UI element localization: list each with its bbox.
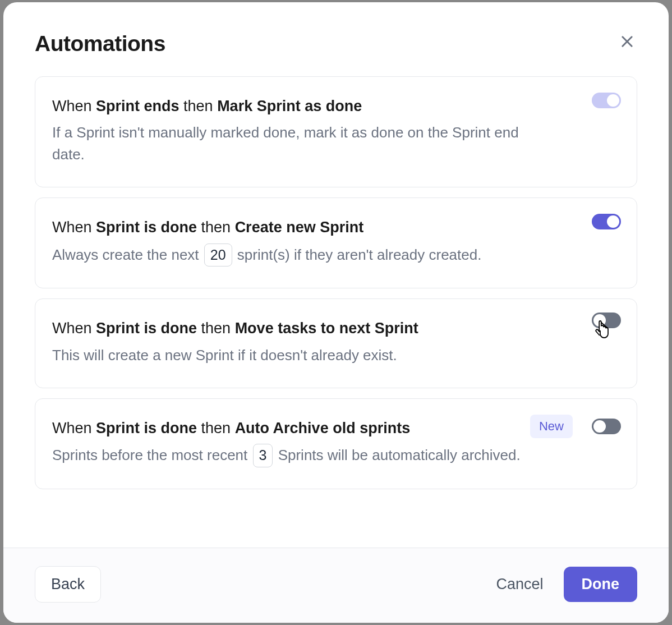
- toggle-move-tasks[interactable]: [592, 312, 621, 328]
- trigger-prefix: When: [52, 420, 96, 436]
- modal-header: Automations: [3, 2, 669, 76]
- automation-description: If a Sprint isn't manually marked done, …: [52, 122, 541, 166]
- action-bold: Mark Sprint as done: [217, 98, 362, 114]
- desc-after: Sprints will be automatically archived.: [274, 447, 520, 463]
- automation-description: This will create a new Sprint if it does…: [52, 344, 541, 366]
- desc-after: sprint(s) if they aren't already created…: [233, 246, 482, 263]
- archive-count-input[interactable]: 3: [253, 444, 273, 467]
- modal-body: When Sprint ends then Mark Sprint as don…: [3, 76, 669, 548]
- then-text: then: [197, 320, 235, 337]
- automation-right: [592, 214, 621, 229]
- automation-right: [592, 312, 621, 328]
- automation-card-auto-archive: When Sprint is done then Auto Archive ol…: [35, 398, 637, 489]
- then-text: then: [197, 420, 235, 436]
- automation-title: When Sprint is done then Move tasks to n…: [52, 318, 541, 338]
- automation-content: When Sprint is done then Move tasks to n…: [52, 318, 620, 366]
- trigger-bold: Sprint is done: [96, 320, 197, 337]
- automation-title: When Sprint is done then Auto Archive ol…: [52, 418, 541, 438]
- action-bold: Move tasks to next Sprint: [235, 320, 418, 337]
- automation-right: [592, 93, 621, 108]
- toggle-knob: [607, 215, 619, 228]
- toggle-mark-done[interactable]: [592, 93, 621, 108]
- trigger-prefix: When: [52, 320, 96, 337]
- toggle-create-sprint[interactable]: [592, 214, 621, 229]
- cancel-button[interactable]: Cancel: [493, 567, 546, 602]
- automation-description: Always create the next 20 sprint(s) if t…: [52, 243, 541, 267]
- automation-right: New: [530, 415, 621, 438]
- automations-modal: Automations When Sprint ends then Mark S…: [3, 2, 669, 623]
- action-bold: Auto Archive old sprints: [235, 420, 411, 436]
- trigger-bold: Sprint is done: [96, 219, 197, 236]
- new-badge: New: [530, 415, 573, 438]
- desc-before: Sprints before the most recent: [52, 447, 252, 463]
- close-button[interactable]: [617, 31, 637, 52]
- toggle-knob: [607, 94, 619, 107]
- back-button[interactable]: Back: [35, 566, 101, 603]
- trigger-bold: Sprint is done: [96, 420, 197, 436]
- action-bold: Create new Sprint: [235, 219, 364, 236]
- toggle-auto-archive[interactable]: [592, 419, 621, 434]
- then-text: then: [197, 219, 235, 236]
- automation-card-create-sprint: When Sprint is done then Create new Spri…: [35, 197, 637, 288]
- automation-content: When Sprint ends then Mark Sprint as don…: [52, 96, 620, 166]
- close-icon: [619, 34, 635, 49]
- done-button[interactable]: Done: [564, 567, 638, 602]
- automation-title: When Sprint ends then Mark Sprint as don…: [52, 96, 541, 116]
- automation-description: Sprints before the most recent 3 Sprints…: [52, 444, 541, 467]
- sprint-count-input[interactable]: 20: [204, 243, 232, 267]
- then-text: then: [179, 98, 218, 114]
- toggle-knob: [593, 420, 606, 433]
- toggle-knob: [593, 314, 606, 327]
- automation-content: When Sprint is done then Create new Spri…: [52, 217, 620, 266]
- footer-right: Cancel Done: [493, 567, 637, 602]
- automation-card-mark-done: When Sprint ends then Mark Sprint as don…: [35, 76, 637, 187]
- automation-title: When Sprint is done then Create new Spri…: [52, 217, 541, 237]
- trigger-prefix: When: [52, 98, 96, 114]
- automation-card-move-tasks: When Sprint is done then Move tasks to n…: [35, 298, 637, 388]
- desc-before: Always create the next: [52, 246, 203, 263]
- trigger-bold: Sprint ends: [96, 98, 179, 114]
- modal-footer: Back Cancel Done: [3, 548, 669, 623]
- trigger-prefix: When: [52, 219, 96, 236]
- modal-title: Automations: [35, 31, 165, 56]
